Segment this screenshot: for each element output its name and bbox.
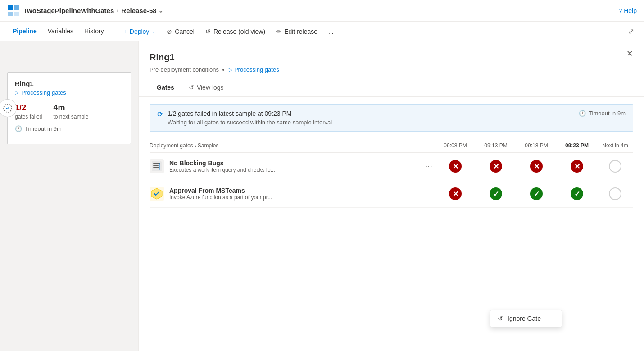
status-fail-icon: ✕ <box>449 187 462 200</box>
table-col-sample-1: 09:13 PM <box>476 142 516 149</box>
gates-failed-label: gates failed <box>15 114 42 120</box>
panel-title: Ring1 <box>150 52 633 63</box>
tab-view-logs-label: View logs <box>197 84 224 91</box>
edit-release-label: Edit release <box>284 28 317 35</box>
alert-spinner-icon: ⟳ <box>157 110 163 119</box>
tab-history-label: History <box>84 27 104 35</box>
status-pending-icon <box>609 160 621 173</box>
status-fail-icon: ✕ <box>530 160 543 173</box>
processing-gates-play-icon: ▷ <box>15 90 18 96</box>
table-header: Deployment gates \ Samples 09:08 PM 09:1… <box>150 139 633 153</box>
svg-rect-1 <box>14 5 19 10</box>
stage-metrics: 1/2 gates failed 4m to next sample <box>15 103 123 120</box>
query-gate-icon <box>150 159 164 173</box>
panel-tabs: Gates ↺ View logs <box>139 80 644 97</box>
stage-status[interactable]: ▷ Processing gates <box>15 89 123 96</box>
project-name[interactable]: TwoStagePipelineWithGates <box>23 7 114 14</box>
old-view-button[interactable]: ↺ Release (old view) <box>201 25 270 38</box>
ignore-gate-icon: ↺ <box>498 315 503 322</box>
edit-release-button[interactable]: ✏ Edit release <box>272 25 322 38</box>
gate-name-1: Approval From MSTeams <box>169 187 419 194</box>
table-col-name: Deployment gates \ Samples <box>150 142 435 149</box>
release-label[interactable]: Release-58 <box>121 7 156 14</box>
gate-0-sample-2: ✕ <box>516 160 557 173</box>
deploy-button[interactable]: + Deploy ⌄ <box>119 25 161 38</box>
tab-gates[interactable]: Gates <box>150 80 181 96</box>
release-name: Release-58 ⌄ <box>121 7 163 14</box>
alert-timeout-label: Timeout in 9m <box>589 110 626 117</box>
tab-variables-label: Variables <box>48 27 73 35</box>
gate-icon-wrap-0 <box>150 159 169 173</box>
gate-row-approval-msteams: Approval From MSTeams Invoke Azure funct… <box>150 180 633 208</box>
status-pass-icon: ✓ <box>490 187 502 200</box>
context-menu-item-ignore-gate[interactable]: ↺ Ignore Gate <box>490 310 562 327</box>
gate-more-0[interactable]: ⋯ <box>422 162 435 171</box>
tab-view-logs[interactable]: ↺ View logs <box>181 80 231 96</box>
gate-row-no-blocking-bugs: No Blocking Bugs Executes a work item qu… <box>150 153 633 180</box>
next-sample-label: to next sample <box>53 114 88 120</box>
main-layout: Ring1 ▷ Processing gates 1/2 gates faile… <box>0 41 644 351</box>
tab-view-logs-inner: ↺ View logs <box>189 84 224 91</box>
deploy-chevron-icon: ⌄ <box>152 28 156 34</box>
top-bar: TwoStagePipelineWithGates › Release-58 ⌄… <box>0 0 644 22</box>
svg-rect-10 <box>159 163 160 170</box>
right-panel: ✕ Ring1 Pre-deployment conditions ▷ Proc… <box>139 41 644 351</box>
cancel-button[interactable]: ⊘ Cancel <box>162 25 199 38</box>
ignore-gate-label: Ignore Gate <box>508 315 541 322</box>
expand-icon[interactable]: ⤢ <box>626 24 637 38</box>
gate-1-sample-0: ✕ <box>435 187 476 200</box>
status-fail-icon: ✕ <box>449 160 462 173</box>
svg-rect-3 <box>14 12 19 16</box>
alert-timeout-icon: 🕐 <box>579 110 586 117</box>
cancel-label: Cancel <box>175 28 195 35</box>
alert-text: 1/2 gates failed in latest sample at 09:… <box>168 110 332 126</box>
status-pass-icon: ✓ <box>571 187 583 200</box>
gates-failed-value: 1/2 <box>15 103 42 113</box>
help-button[interactable]: ? Help <box>618 7 637 14</box>
next-sample-value: 4m <box>53 103 88 113</box>
table-col-sample-3: 09:23 PM <box>557 142 597 149</box>
gate-1-sample-3: ✓ <box>557 187 597 200</box>
gate-info-1: Approval From MSTeams Invoke Azure funct… <box>169 187 419 201</box>
old-view-icon: ↺ <box>205 28 211 35</box>
svg-rect-7 <box>153 165 159 166</box>
tab-pipeline-label: Pipeline <box>13 27 37 35</box>
gate-desc-0: Executes a work item query and checks fo… <box>169 167 419 173</box>
breadcrumb: TwoStagePipelineWithGates › Release-58 ⌄ <box>23 7 163 14</box>
svg-rect-9 <box>153 169 158 169</box>
sidebar: Ring1 ▷ Processing gates 1/2 gates faile… <box>0 41 139 351</box>
alert-timeout: 🕐 Timeout in 9m <box>579 110 626 117</box>
timeout-icon: 🕐 <box>15 125 22 132</box>
stage-card-ring1: Ring1 ▷ Processing gates 1/2 gates faile… <box>7 72 131 144</box>
breadcrumb-sep: › <box>117 8 118 14</box>
panel-close-button[interactable]: ✕ <box>623 47 637 60</box>
svg-rect-0 <box>8 5 13 10</box>
status-fail-icon: ✕ <box>490 160 502 173</box>
gate-1-sample-2: ✓ <box>516 187 557 200</box>
status-pending-icon <box>609 187 621 200</box>
gate-desc-1: Invoke Azure function as a part of your … <box>169 194 419 201</box>
top-bar-left: TwoStagePipelineWithGates › Release-58 ⌄ <box>7 5 163 17</box>
tab-history[interactable]: History <box>79 22 109 41</box>
tab-variables[interactable]: Variables <box>42 22 79 41</box>
old-view-label: Release (old view) <box>213 28 265 35</box>
table-col-sample-2: 09:18 PM <box>516 142 557 149</box>
nav-actions: + Deploy ⌄ ⊘ Cancel ↺ Release (old view)… <box>119 25 338 38</box>
more-button[interactable]: ... <box>324 25 338 38</box>
nav-tabs: Pipeline Variables History + Deploy ⌄ ⊘ … <box>0 22 644 41</box>
alert-content: ⟳ 1/2 gates failed in latest sample at 0… <box>157 110 332 126</box>
panel-header: Ring1 Pre-deployment conditions ▷ Proces… <box>139 41 644 73</box>
stage-status-label: Processing gates <box>21 89 66 96</box>
status-fail-icon: ✕ <box>571 160 583 173</box>
table-col-sample-0: 09:08 PM <box>435 142 476 149</box>
svg-rect-8 <box>153 167 159 168</box>
gate-1-sample-1: ✓ <box>476 187 516 200</box>
tab-pipeline[interactable]: Pipeline <box>7 22 42 41</box>
tab-gates-label: Gates <box>157 84 174 91</box>
panel-subtitle: Pre-deployment conditions ▷ Processing g… <box>150 66 633 73</box>
alert-sub: Waiting for all gates to succeed within … <box>168 119 332 126</box>
processing-gates-link[interactable]: ▷ Processing gates <box>228 66 279 73</box>
processing-gates-play-icon2: ▷ <box>228 66 232 73</box>
edit-icon: ✏ <box>276 28 281 35</box>
release-dropdown-icon[interactable]: ⌄ <box>159 8 163 14</box>
